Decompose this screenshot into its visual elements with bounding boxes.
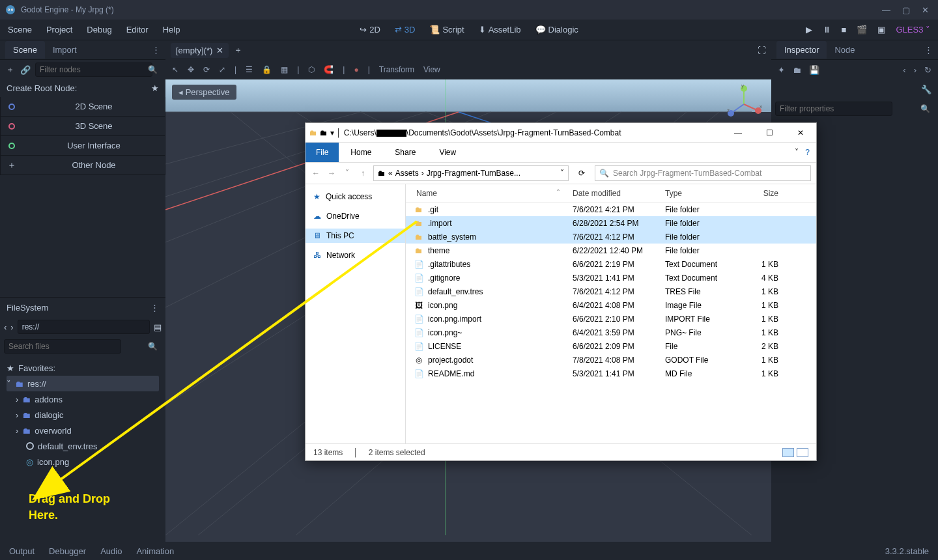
file-row[interactable]: 📄.gitattributes6/6/2021 2:19 PMText Docu… (406, 257, 816, 271)
file-row[interactable]: 🖿theme6/22/2021 12:40 PMFile folder (406, 244, 816, 257)
create-ui-scene[interactable]: User Interface (0, 136, 165, 156)
exp-close[interactable]: ✕ (789, 128, 812, 137)
tab-scene[interactable]: Scene (5, 41, 45, 59)
add-tab-icon[interactable]: ＋ (234, 44, 242, 56)
bottom-animation[interactable]: Animation (136, 546, 174, 556)
link-icon[interactable]: 🔗 (20, 65, 31, 75)
menu-help[interactable]: Help (163, 25, 180, 35)
ribbon-view[interactable]: View (427, 148, 468, 157)
side-thispc[interactable]: 🖥This PC (306, 229, 405, 243)
perspective-badge[interactable]: ◂ Perspective (172, 85, 236, 100)
address-bar[interactable]: 🖿 « Assets › Jrpg-Fragment-TurnBase... ˅ (373, 165, 569, 181)
transform-menu[interactable]: Transform (379, 65, 414, 74)
details-view-icon[interactable] (782, 448, 794, 457)
file-row[interactable]: 📄LICENSE6/6/2021 2:09 PMFile2 KB (406, 339, 816, 353)
help-icon[interactable]: ? (805, 148, 810, 157)
history-forward-icon[interactable]: › (914, 65, 917, 75)
ribbon-home[interactable]: Home (339, 148, 383, 157)
file-row[interactable]: 📄default_env.tres7/6/2021 4:12 PMTRES Fi… (406, 285, 816, 298)
filter-nodes-input[interactable] (35, 63, 152, 77)
favorite-icon[interactable]: ★ (151, 83, 159, 93)
scale-tool-icon[interactable]: ⤢ (219, 65, 225, 74)
cube-icon[interactable]: ⬡ (308, 65, 315, 74)
side-network[interactable]: 🖧Network (306, 248, 405, 262)
rotate-tool-icon[interactable]: ⟳ (203, 65, 210, 74)
menu-scene[interactable]: Scene (8, 25, 32, 35)
bottom-debugger[interactable]: Debugger (49, 546, 86, 556)
maximize-button[interactable]: ▢ (902, 5, 910, 15)
lock-icon[interactable]: 🔒 (262, 65, 272, 74)
exp-minimize[interactable]: — (726, 128, 750, 137)
tab-inspector[interactable]: Inspector (776, 41, 827, 59)
select-tool-icon[interactable]: ↖ (172, 65, 178, 74)
fs-back-icon[interactable]: ‹ (4, 322, 7, 332)
ribbon-file[interactable]: File (306, 143, 339, 162)
file-row[interactable]: 🖿.git7/6/2021 4:21 PMFile folder (406, 203, 816, 216)
ribbon-expand-icon[interactable]: ˅ (795, 148, 799, 157)
fs-search-input[interactable] (4, 339, 121, 354)
nav-forward-icon[interactable]: → (326, 169, 337, 178)
3d-gizmo[interactable]: yzx (724, 85, 763, 124)
side-onedrive[interactable]: ☁OneDrive (306, 209, 405, 223)
col-date[interactable]: Date modified (573, 189, 665, 198)
menu-editor[interactable]: Editor (126, 25, 149, 35)
play-custom-button[interactable]: ▣ (877, 25, 885, 35)
mode-script[interactable]: 📜 Script (429, 25, 464, 35)
col-size[interactable]: Size (741, 189, 786, 198)
icons-view-icon[interactable] (797, 448, 808, 457)
col-name[interactable]: Name ˆ (406, 189, 573, 198)
exp-maximize[interactable]: ☐ (758, 128, 781, 137)
history-back-icon[interactable]: ‹ (903, 65, 905, 75)
list-tool-icon[interactable]: ☰ (246, 65, 253, 74)
fs-file-env[interactable]: default_env.tres (7, 438, 159, 454)
play-button[interactable]: ▶ (806, 25, 812, 35)
fs-folder-addons[interactable]: › 🖿 addons (7, 391, 159, 407)
fs-forward-icon[interactable]: › (10, 322, 13, 332)
create-3d-scene[interactable]: 3D Scene (0, 117, 165, 136)
camera-icon[interactable]: ● (354, 65, 358, 74)
menu-debug[interactable]: Debug (87, 25, 111, 35)
nav-recent-icon[interactable]: ˅ (342, 169, 352, 178)
fs-grid-icon[interactable]: ▤ (154, 322, 162, 332)
file-row[interactable]: 📄README.md5/3/2021 1:41 PMMD File1 KB (406, 367, 816, 380)
scene-panel-menu-icon[interactable]: ⋮ (152, 45, 160, 55)
play-scene-button[interactable]: 🎬 (857, 25, 867, 35)
close-button[interactable]: ✕ (922, 5, 929, 15)
mode-dialogic[interactable]: 💬 Dialogic (535, 25, 578, 35)
mode-assetlib[interactable]: ⬇ AssetLib (479, 25, 521, 35)
file-row[interactable]: ◎project.godot7/8/2021 4:08 PMGODOT File… (406, 353, 816, 367)
inspector-menu-icon[interactable]: ⋮ (924, 45, 933, 55)
fs-root[interactable]: ˅ 🖿 res:// (7, 376, 159, 391)
filter-properties-input[interactable] (775, 102, 892, 116)
file-row[interactable]: 📄.gitignore5/3/2021 1:41 PMText Document… (406, 271, 816, 285)
pause-button[interactable]: ⏸ (823, 25, 831, 35)
fs-folder-dialogic[interactable]: › 🖿 dialogic (7, 407, 159, 423)
create-2d-scene[interactable]: 2D Scene (0, 97, 165, 117)
fs-folder-overworld[interactable]: › 🖿 overworld (7, 423, 159, 438)
open-resource-icon[interactable]: 🖿 (793, 65, 801, 75)
group-icon[interactable]: ▦ (281, 65, 288, 74)
move-tool-icon[interactable]: ✥ (188, 65, 194, 74)
filesystem-menu-icon[interactable]: ⋮ (150, 303, 159, 313)
new-resource-icon[interactable]: ✦ (778, 65, 785, 75)
quick-access-icon[interactable]: 🖿 (320, 128, 328, 137)
add-node-button[interactable]: ＋ (4, 64, 16, 76)
refresh-icon[interactable]: ⟳ (574, 169, 590, 178)
nav-up-icon[interactable]: ↑ (358, 169, 368, 178)
mode-2d[interactable]: ↪ 2D (360, 25, 380, 35)
fs-favorites[interactable]: ★ Favorites: (7, 360, 159, 376)
file-row[interactable]: 🖿.import6/28/2021 2:54 PMFile folder (406, 216, 816, 230)
tab-import[interactable]: Import (45, 41, 85, 59)
save-resource-icon[interactable]: 💾 (809, 65, 819, 75)
minimize-button[interactable]: — (882, 5, 890, 15)
fs-file-icon[interactable]: ◎ icon.png (7, 454, 159, 469)
stop-button[interactable]: ■ (842, 25, 847, 35)
bottom-audio[interactable]: Audio (100, 546, 122, 556)
fs-path-input[interactable] (18, 320, 150, 334)
file-row[interactable]: 📄icon.png.import6/6/2021 2:10 PMIMPORT F… (406, 312, 816, 326)
ribbon-share[interactable]: Share (383, 148, 427, 157)
wrench-icon[interactable]: 🔧 (921, 85, 931, 94)
close-tab-icon[interactable]: ✕ (216, 46, 223, 55)
mode-3d[interactable]: ⇄ 3D (395, 25, 416, 35)
distraction-free-icon[interactable]: ⛶ (758, 46, 766, 55)
